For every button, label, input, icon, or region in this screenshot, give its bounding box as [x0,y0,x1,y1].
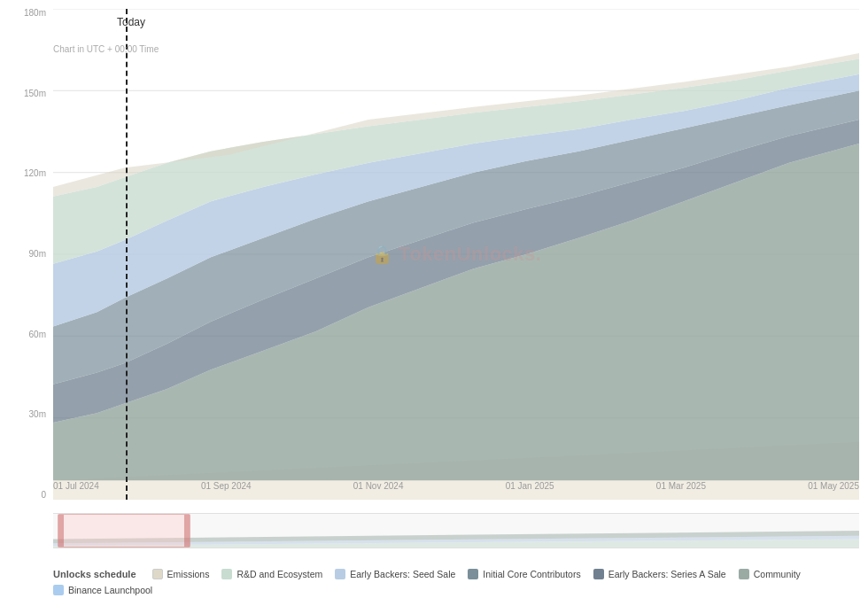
x-label-nov: 01 Nov 2024 [353,481,404,491]
today-line [126,9,128,500]
legend-label-core: Initial Core Contributors [483,569,580,579]
legend: Unlocks schedule Emissions R&D and Ecosy… [53,569,859,595]
x-axis: 01 Jul 2024 01 Sep 2024 01 Nov 2024 01 J… [53,478,859,500]
navigator[interactable] [53,513,859,548]
legend-swatch-emissions [152,569,163,579]
x-label-mar: 01 Mar 2025 [656,481,706,491]
y-label-180: 180m [24,9,46,18]
navigator-handle-right[interactable] [184,515,190,547]
main-chart-svg [53,9,859,500]
legend-label-seed: Early Backers: Seed Sale [350,569,455,579]
legend-item-emissions: Emissions [152,569,210,579]
legend-title: Unlocks schedule [53,569,136,579]
y-label-150: 150m [24,89,46,98]
y-label-0: 0 [41,491,46,500]
legend-swatch-core [468,569,478,579]
legend-swatch-seed [335,569,345,579]
y-axis: 180m 150m 120m 90m 60m 30m 0 [0,9,51,500]
legend-item-series-a: Early Backers: Series A Sale [593,569,726,579]
legend-label-rd: R&D and Ecosystem [236,569,322,579]
x-label-jul: 01 Jul 2024 [53,481,99,491]
y-label-120: 120m [24,169,46,178]
legend-label-emissions: Emissions [167,569,210,579]
chart-label: Chart in UTC + 00:00 Time [53,44,159,54]
legend-swatch-community [739,569,749,579]
legend-label-series-a: Early Backers: Series A Sale [608,569,726,579]
legend-item-seed: Early Backers: Seed Sale [335,569,455,579]
legend-item-binance: Binance Launchpool [53,585,152,595]
x-label-sep: 01 Sep 2024 [201,481,252,491]
x-label-jan: 01 Jan 2025 [506,481,554,491]
legend-item-core: Initial Core Contributors [468,569,580,579]
legend-item-community: Community [739,569,801,579]
y-label-60: 60m [29,330,46,339]
legend-swatch-rd [221,569,232,579]
y-label-30: 30m [29,410,46,419]
legend-swatch-series-a [593,569,604,579]
today-label: Today [117,16,145,28]
legend-label-binance: Binance Launchpool [68,585,152,595]
chart-area: Today Chart in UTC + 00:00 Time [53,9,859,500]
navigator-handle-left[interactable] [58,515,64,547]
chart-container: 180m 150m 120m 90m 60m 30m 0 Today Chart… [0,0,868,606]
legend-item-rd: R&D and Ecosystem [221,569,322,579]
y-label-90: 90m [29,250,46,259]
x-label-may: 01 May 2025 [808,481,859,491]
navigator-selection[interactable] [58,514,190,548]
legend-label-community: Community [754,569,801,579]
legend-swatch-binance [53,585,64,595]
